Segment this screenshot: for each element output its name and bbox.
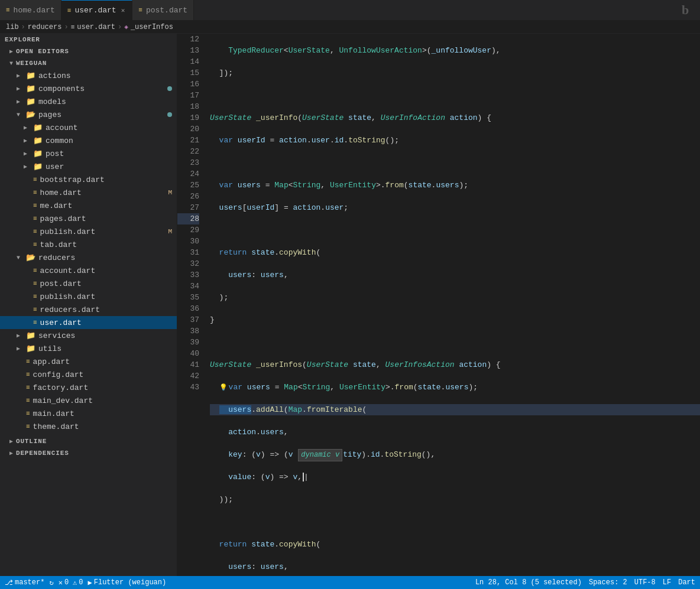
spaces-item[interactable]: Spaces: 2 — [589, 578, 627, 587]
file-icon: ≡ — [26, 358, 30, 365]
breadcrumb-file[interactable]: user.dart — [77, 23, 115, 31]
sidebar-item-pages[interactable]: ▼ 📂 pages — [0, 108, 177, 121]
chevron-right-icon: ▶ — [24, 163, 31, 170]
sidebar-item-label: me.dart — [40, 201, 73, 210]
position-item[interactable]: Ln 28, Col 8 (5 selected) — [475, 578, 582, 587]
flutter-item[interactable]: ▶ Flutter (weiguan) — [88, 578, 167, 587]
file-icon: ≡ — [26, 384, 30, 391]
modified-label: M — [168, 228, 172, 235]
file-icon: ≡ — [26, 410, 30, 417]
tab-label: home.dart — [14, 6, 55, 15]
sidebar-item-label: factory.dart — [33, 383, 89, 392]
sidebar-item-reducers-dart[interactable]: ≡ reducers.dart — [0, 303, 177, 316]
sidebar-item-label: home.dart — [40, 188, 82, 197]
sidebar-item-reducers[interactable]: ▼ 📂 reducers — [0, 251, 177, 264]
file-icon: ≡ — [33, 189, 37, 196]
outline-header[interactable]: ▶ OUTLINE — [0, 435, 177, 447]
sidebar-item-label: services — [38, 331, 75, 340]
sidebar-item-post-dart[interactable]: ≡ post.dart — [0, 277, 177, 290]
sidebar-item-publish-dart[interactable]: ≡ publish.dart M — [0, 225, 177, 238]
project-label: WEIGUAN — [16, 60, 47, 67]
tab-label: post.dart — [146, 6, 187, 15]
sidebar-item-label: main_dev.dart — [33, 396, 93, 405]
file-icon: ≡ — [26, 371, 30, 378]
file-icon: ≡ — [33, 241, 37, 248]
file-icon: ≡ — [33, 176, 37, 183]
sidebar-item-label: reducers.dart — [40, 305, 100, 314]
tab-home-dart[interactable]: ≡ home.dart — [0, 0, 61, 20]
code-text[interactable]: TypedReducer<UserState, UnfollowUserActi… — [204, 34, 700, 576]
branch-item[interactable]: ⎇ master* — [5, 578, 44, 587]
sidebar-item-label: pages.dart — [40, 214, 86, 223]
sidebar-item-tab-dart[interactable]: ≡ tab.dart — [0, 238, 177, 251]
outline-label: OUTLINE — [16, 438, 47, 445]
sidebar-item-config-dart[interactable]: ≡ config.dart — [0, 368, 177, 381]
folder-icon: 📁 — [33, 162, 43, 171]
sidebar-item-label: tab.dart — [40, 240, 77, 249]
sidebar-item-publish-dart-reducers[interactable]: ≡ publish.dart — [0, 290, 177, 303]
sidebar-item-main-dev-dart[interactable]: ≡ main_dev.dart — [0, 394, 177, 407]
sidebar-item-components[interactable]: ▶ 📁 components — [0, 82, 177, 95]
file-icon: ≡ — [33, 202, 37, 209]
sidebar-item-home-dart[interactable]: ≡ home.dart M — [0, 186, 177, 199]
breadcrumb-reducers[interactable]: reducers — [28, 23, 62, 31]
dependencies-label: DEPENDENCIES — [16, 450, 69, 457]
sidebar-item-main-dart[interactable]: ≡ main.dart — [0, 407, 177, 420]
sidebar-item-label: post — [46, 149, 64, 158]
folder-icon: 📁 — [26, 344, 35, 353]
sidebar-item-post[interactable]: ▶ 📁 post — [0, 147, 177, 160]
sidebar-item-label: utils — [38, 344, 61, 353]
eol-item[interactable]: LF — [663, 578, 671, 587]
file-icon: ≡ — [33, 215, 37, 222]
tab-close-button[interactable]: ✕ — [120, 5, 127, 15]
file-icon: ≡ — [138, 6, 142, 14]
sidebar-item-factory-dart[interactable]: ≡ factory.dart — [0, 381, 177, 394]
sidebar-item-actions[interactable]: ▶ 📁 actions — [0, 69, 177, 82]
sidebar-item-services[interactable]: ▶ 📁 services — [0, 329, 177, 342]
chevron-right-icon: ▶ — [17, 332, 24, 339]
file-icon: ≡ — [33, 293, 37, 300]
project-header[interactable]: ▼ WEIGUAN — [0, 57, 177, 69]
file-icon: ≡ — [26, 423, 30, 430]
breadcrumb-symbol[interactable]: _userInfos — [131, 23, 173, 31]
sidebar-item-label: user.dart — [40, 318, 82, 327]
sidebar-item-models[interactable]: ▶ 📁 models — [0, 95, 177, 108]
sidebar-item-app-dart[interactable]: ≡ app.dart — [0, 355, 177, 368]
main-layout: EXPLORER ▶ OPEN EDITORS ▼ WEIGUAN ▶ 📁 ac… — [0, 34, 700, 576]
open-editors-label: OPEN EDITORS — [16, 48, 69, 55]
sidebar-item-utils[interactable]: ▶ 📁 utils — [0, 342, 177, 355]
sidebar-item-me-dart[interactable]: ≡ me.dart — [0, 199, 177, 212]
status-bar: ⎇ master* ↻ ✕ 0 ⚠ 0 ▶ Flutter (weiguan) … — [0, 576, 700, 589]
errors-item[interactable]: ✕ 0 ⚠ 0 — [59, 578, 83, 587]
explorer-header[interactable]: EXPLORER — [0, 34, 177, 45]
folder-open-icon: 📂 — [26, 253, 35, 262]
code-container: 12131415 16171819 20212223 24252627 28 2… — [177, 34, 700, 576]
chevron-right-icon: ▶ — [17, 85, 24, 92]
language-item[interactable]: Dart — [678, 578, 695, 587]
code-editor[interactable]: 12131415 16171819 20212223 24252627 28 2… — [177, 34, 700, 576]
eol-text: LF — [663, 578, 671, 587]
open-editors-header[interactable]: ▶ OPEN EDITORS — [0, 45, 177, 57]
sidebar-item-label: pages — [38, 110, 61, 119]
tab-post-dart[interactable]: ≡ post.dart — [132, 0, 194, 20]
error-icon: ✕ — [59, 578, 63, 587]
sidebar-item-pages-dart[interactable]: ≡ pages.dart — [0, 212, 177, 225]
sidebar-item-account-dart[interactable]: ≡ account.dart — [0, 264, 177, 277]
sidebar-item-bootstrap[interactable]: ≡ bootstrap.dart — [0, 173, 177, 186]
chevron-down-icon: ▼ — [17, 112, 24, 118]
sidebar-item-theme-dart[interactable]: ≡ theme.dart — [0, 420, 177, 433]
sidebar-item-user-dart[interactable]: ≡ user.dart — [0, 316, 177, 329]
sidebar-item-account[interactable]: ▶ 📁 account — [0, 121, 177, 134]
encoding-item[interactable]: UTF-8 — [634, 578, 656, 587]
sidebar-item-label: common — [46, 136, 73, 145]
sync-item[interactable]: ↻ — [49, 578, 53, 587]
sidebar-item-common[interactable]: ▶ 📁 common — [0, 134, 177, 147]
sidebar-item-label: post.dart — [40, 279, 82, 288]
tab-user-dart[interactable]: ≡ user.dart ✕ — [61, 0, 132, 20]
file-icon: ≡ — [26, 397, 30, 404]
dependencies-header[interactable]: ▶ DEPENDENCIES — [0, 447, 177, 459]
breadcrumb-lib[interactable]: lib — [6, 23, 19, 31]
flutter-label: Flutter (weiguan) — [94, 578, 166, 587]
git-icon: ⎇ — [5, 578, 13, 587]
sidebar-item-user-folder[interactable]: ▶ 📁 user — [0, 160, 177, 173]
